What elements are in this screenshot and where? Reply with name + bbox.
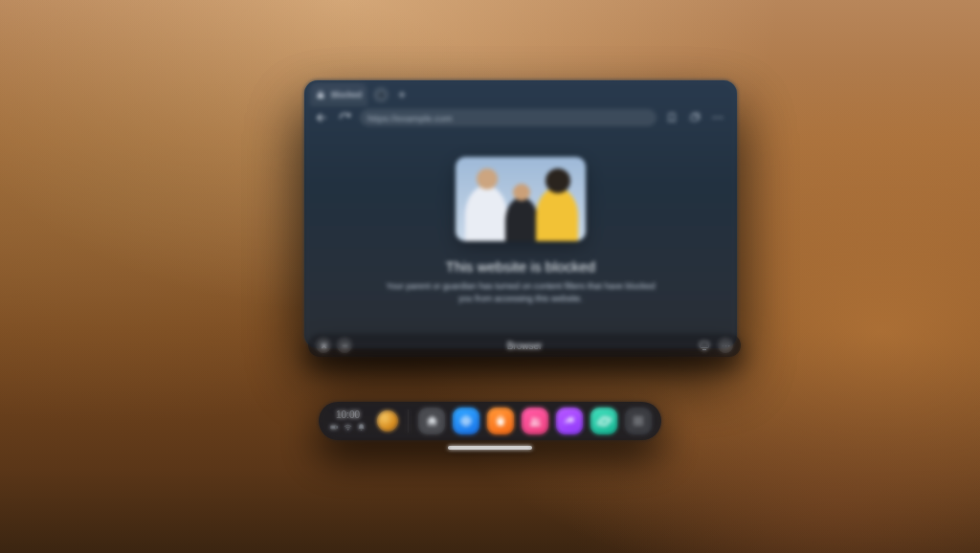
blocked-content: This website is blocked Your parent or g…	[304, 130, 737, 348]
tab-bar: Blocked	[304, 80, 737, 105]
svg-point-16	[597, 416, 612, 426]
svg-point-18	[637, 416, 639, 418]
svg-rect-10	[331, 427, 335, 429]
svg-point-14	[536, 418, 539, 421]
blocked-illustration	[456, 157, 586, 241]
new-tab-button[interactable]	[394, 87, 410, 102]
svg-point-6	[724, 344, 725, 345]
svg-point-7	[727, 344, 728, 345]
close-window-button[interactable]	[316, 338, 331, 353]
dock-time: 10:00	[336, 410, 360, 420]
window-footer: Browser	[304, 333, 745, 358]
menu-button[interactable]	[710, 110, 725, 125]
svg-point-24	[637, 423, 639, 425]
svg-point-17	[634, 416, 635, 418]
bookmark-button[interactable]	[664, 110, 679, 125]
lock-icon	[316, 90, 325, 100]
svg-point-11	[347, 429, 348, 430]
notifications-icon	[357, 423, 366, 431]
window-title: Browser	[352, 341, 697, 351]
tabs-overview-button[interactable]	[687, 110, 702, 125]
window-more-button[interactable]	[718, 338, 733, 353]
home-indicator[interactable]	[448, 446, 532, 450]
dock-apps-button[interactable]	[625, 408, 652, 434]
svg-point-21	[637, 420, 639, 422]
url-text: https://example.com	[368, 113, 453, 123]
minimize-window-button[interactable]	[337, 338, 352, 353]
cast-button[interactable]	[697, 338, 712, 353]
dock-share-button[interactable]	[556, 408, 583, 434]
svg-point-19	[640, 416, 642, 418]
dock-divider	[408, 409, 409, 432]
svg-point-12	[461, 416, 470, 425]
svg-rect-8	[330, 426, 336, 429]
svg-point-2	[717, 117, 719, 119]
svg-point-22	[640, 420, 642, 422]
dock-status-area[interactable]: 10:00	[328, 409, 369, 433]
svg-point-20	[634, 420, 635, 422]
svg-point-13	[531, 417, 535, 421]
svg-rect-9	[337, 427, 338, 429]
dock-store-button[interactable]	[487, 408, 514, 434]
svg-point-23	[634, 423, 635, 425]
svg-point-15	[600, 417, 609, 426]
svg-rect-0	[691, 115, 698, 121]
profile-avatar[interactable]	[377, 410, 398, 431]
tab-blocked[interactable]: Blocked	[310, 83, 368, 106]
browser-window: Blocked https://example.com	[304, 80, 737, 348]
back-button[interactable]	[314, 110, 329, 125]
system-dock: 10:00	[319, 402, 661, 440]
battery-icon	[330, 423, 339, 431]
toolbar: https://example.com	[304, 105, 737, 132]
svg-point-5	[722, 344, 723, 345]
dock-browser-button[interactable]	[590, 408, 617, 434]
wifi-icon	[344, 423, 352, 431]
tab-title: Blocked	[331, 91, 362, 100]
blocked-headline: This website is blocked	[446, 258, 596, 275]
svg-point-3	[721, 117, 723, 119]
blocked-subtext: Your parent or guardian has turned on co…	[382, 280, 659, 305]
svg-point-1	[713, 117, 715, 119]
tab-close-button[interactable]	[373, 87, 389, 102]
dock-people-button[interactable]	[522, 408, 548, 434]
svg-rect-4	[701, 343, 709, 348]
dock-home-button[interactable]	[418, 408, 445, 434]
dock-explore-button[interactable]	[453, 408, 479, 434]
dock-status-icons	[330, 423, 366, 431]
url-bar[interactable]: https://example.com	[360, 109, 657, 126]
svg-point-25	[640, 423, 642, 425]
reload-button[interactable]	[337, 110, 352, 125]
